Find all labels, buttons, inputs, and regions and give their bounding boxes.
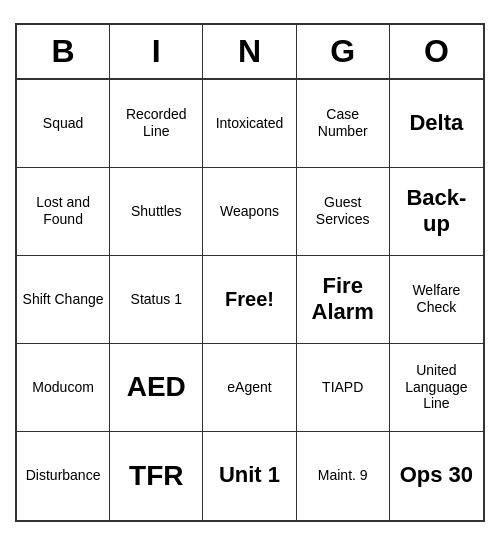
bingo-cell-3: Case Number bbox=[297, 80, 390, 168]
bingo-grid: SquadRecorded LineIntoxicatedCase Number… bbox=[17, 80, 483, 520]
bingo-cell-13: Fire Alarm bbox=[297, 256, 390, 344]
header-letter-i: I bbox=[110, 25, 203, 78]
bingo-cell-2: Intoxicated bbox=[203, 80, 296, 168]
bingo-cell-9: Back-up bbox=[390, 168, 483, 256]
bingo-cell-7: Weapons bbox=[203, 168, 296, 256]
bingo-cell-16: AED bbox=[110, 344, 203, 432]
bingo-cell-5: Lost and Found bbox=[17, 168, 110, 256]
bingo-header: BINGO bbox=[17, 25, 483, 80]
header-letter-o: O bbox=[390, 25, 483, 78]
bingo-cell-4: Delta bbox=[390, 80, 483, 168]
bingo-cell-12: Free! bbox=[203, 256, 296, 344]
bingo-cell-10: Shift Change bbox=[17, 256, 110, 344]
bingo-cell-19: United Language Line bbox=[390, 344, 483, 432]
bingo-cell-21: TFR bbox=[110, 432, 203, 520]
bingo-cell-20: Disturbance bbox=[17, 432, 110, 520]
bingo-cell-24: Ops 30 bbox=[390, 432, 483, 520]
bingo-cell-23: Maint. 9 bbox=[297, 432, 390, 520]
bingo-cell-18: TIAPD bbox=[297, 344, 390, 432]
bingo-cell-22: Unit 1 bbox=[203, 432, 296, 520]
header-letter-g: G bbox=[297, 25, 390, 78]
bingo-cell-17: eAgent bbox=[203, 344, 296, 432]
bingo-cell-11: Status 1 bbox=[110, 256, 203, 344]
bingo-cell-1: Recorded Line bbox=[110, 80, 203, 168]
bingo-card: BINGO SquadRecorded LineIntoxicatedCase … bbox=[15, 23, 485, 522]
header-letter-b: B bbox=[17, 25, 110, 78]
bingo-cell-0: Squad bbox=[17, 80, 110, 168]
bingo-cell-15: Moducom bbox=[17, 344, 110, 432]
bingo-cell-8: Guest Services bbox=[297, 168, 390, 256]
bingo-cell-14: Welfare Check bbox=[390, 256, 483, 344]
header-letter-n: N bbox=[203, 25, 296, 78]
bingo-cell-6: Shuttles bbox=[110, 168, 203, 256]
